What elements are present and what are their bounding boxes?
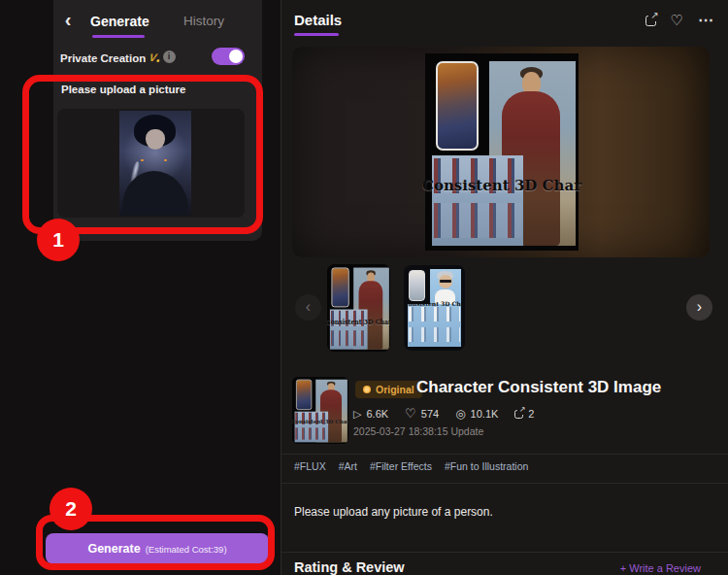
annotation-step-2: 2 — [50, 488, 92, 530]
details-header-actions — [645, 15, 714, 26]
stats-row: 6.6K 574 10.1K 2 — [353, 408, 534, 420]
turnaround-row — [295, 427, 327, 439]
carousel-thumbnail-2[interactable]: Consistent 3D Char — [404, 265, 465, 351]
info-icon[interactable] — [163, 51, 176, 63]
thumbnail-collage: Consistent 3D Char — [327, 264, 390, 352]
share-icon — [514, 410, 523, 419]
heart-icon[interactable] — [671, 15, 683, 26]
active-tab-underline — [92, 35, 145, 38]
tab-history[interactable]: History — [183, 14, 224, 28]
badge-label: Original — [376, 384, 414, 395]
collage-reference-photo — [296, 380, 312, 410]
generate-button-label: Generate — [87, 542, 140, 556]
divider — [281, 483, 728, 484]
workflow-thumbnail[interactable]: Consistent 3D Char — [292, 377, 348, 444]
uploaded-portrait-image — [119, 111, 191, 216]
original-badge: Original — [355, 381, 422, 398]
tab-generate[interactable]: Generate — [90, 14, 149, 29]
turnaround-row — [409, 327, 460, 342]
play-icon — [353, 409, 361, 420]
turnaround-row — [409, 307, 460, 321]
hero-image-viewer[interactable]: Consistent 3D Char — [292, 47, 710, 257]
collage-turnaround-grid — [330, 310, 368, 350]
stat-value: 2 — [528, 408, 534, 420]
carousel-thumbnail-1[interactable]: Consistent 3D Char — [327, 264, 390, 352]
portrait-eye — [164, 159, 167, 161]
tag-fun-to-illustration[interactable]: #Fun to Illustration — [445, 460, 528, 472]
upload-heading: Please upload a picture — [61, 84, 185, 95]
stat-views: 10.1K — [455, 408, 498, 420]
collage-reference-photo — [332, 268, 349, 308]
rating-review-heading: Rating & Review — [294, 559, 405, 575]
stat-value: 10.1K — [471, 408, 499, 420]
details-heading: Details — [294, 12, 342, 28]
collage-turnaround-grid — [432, 155, 523, 246]
app-screen: ‹ Generate History Private Creation Plea… — [0, 0, 728, 575]
carousel-prev-icon[interactable]: ‹ — [295, 294, 321, 321]
back-button[interactable]: ‹ — [59, 9, 77, 30]
collage-caption-text: Consistent 3D Char — [327, 319, 390, 326]
stat-value: 6.6K — [366, 408, 388, 420]
collage-reference-photo — [436, 61, 479, 151]
figure-sunglasses — [440, 280, 451, 283]
divider — [281, 552, 728, 553]
share-icon[interactable] — [645, 16, 656, 26]
thumbnail-collage: Consistent 3D Char — [292, 377, 348, 444]
turnaround-row — [331, 330, 367, 346]
vip-icon — [149, 51, 157, 63]
stat-value: 574 — [421, 408, 439, 420]
turnaround-row — [434, 203, 521, 238]
collage-caption-text: Consistent 3D Char — [292, 419, 348, 424]
collage-turnaround-grid — [295, 412, 328, 443]
generate-button[interactable]: Generate (Estimated Cost:39) — [46, 533, 269, 564]
write-review-link[interactable]: + Write a Review — [620, 562, 701, 574]
heart-icon — [405, 408, 416, 420]
more-options-icon[interactable] — [698, 15, 714, 26]
divider — [281, 454, 728, 455]
private-creation-label: Private Creation — [60, 52, 146, 64]
collage-reference-photo — [409, 270, 425, 301]
stat-likes: 574 — [405, 408, 439, 420]
private-creation-toggle[interactable] — [212, 48, 245, 65]
tag-filter-effects[interactable]: #Filter Effects — [370, 460, 432, 472]
workflow-description: Please upload any picture of a person. — [294, 505, 493, 519]
tag-art[interactable]: #Art — [339, 460, 357, 472]
details-heading-underline — [294, 33, 339, 36]
generate-button-cost: (Estimated Cost:39) — [146, 544, 227, 555]
portrait-eye — [141, 159, 144, 161]
annotation-step-1: 1 — [37, 219, 80, 261]
collage-caption-text: Consistent 3D Char — [404, 300, 465, 307]
tag-flux[interactable]: #FLUX — [294, 460, 326, 472]
collage-caption-text: Consistent 3D Char — [421, 177, 582, 194]
views-icon — [455, 409, 465, 420]
stat-shares: 2 — [514, 408, 534, 420]
private-creation-row: Private Creation — [60, 49, 255, 66]
generate-sidebar: ‹ Generate History Private Creation Plea… — [53, 0, 262, 241]
details-panel: Details Consistent 3D Char — [281, 0, 728, 575]
carousel-next-icon[interactable]: › — [686, 294, 712, 321]
toggle-knob — [229, 50, 243, 63]
updated-timestamp: 2025-03-27 18:38:15 Update — [353, 425, 483, 437]
workflow-title: Character Consistent 3D Image — [416, 378, 661, 397]
portrait-face — [146, 129, 164, 150]
collage-turnaround-grid — [408, 304, 461, 347]
upload-dropzone[interactable] — [57, 109, 245, 218]
tags-row: #FLUX #Art #Filter Effects #Fun to Illus… — [294, 460, 528, 472]
hero-collage-image: Consistent 3D Char — [425, 53, 579, 251]
badge-dot-icon — [363, 386, 371, 393]
stat-runs: 6.6K — [353, 408, 388, 420]
